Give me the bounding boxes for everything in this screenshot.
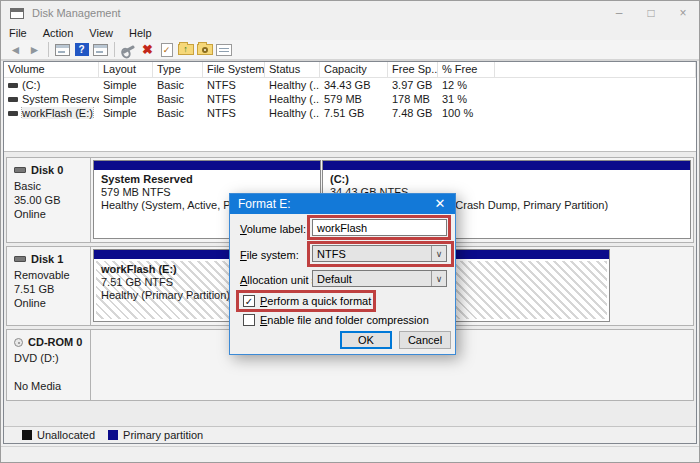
column-status[interactable]: Status [265,62,320,77]
menu-action[interactable]: Action [35,27,82,39]
cell-type: Basic [153,79,203,91]
cell-fs: NTFS [203,93,265,105]
folder-up-button[interactable]: ↑ [176,41,195,58]
toolbar: ◄ ► ? ✖ ✓ ↑ [1,40,699,61]
disk-1-label[interactable]: Disk 1 Removable 7.51 GB Online [7,247,91,325]
cdrom-0-label[interactable]: CD-ROM 0 DVD (D:) No Media [7,330,91,400]
allocation-unit-select[interactable]: Default ∨ [312,270,447,287]
cell-status: Healthy (... [265,93,320,105]
cancel-button[interactable]: Cancel [399,331,451,349]
table-row[interactable]: System Reserved Simple Basic NTFS Health… [4,92,696,106]
legend-bar: Unallocated Primary partition [4,426,696,443]
console-tree-button[interactable] [53,41,72,58]
column-capacity[interactable]: Capacity [320,62,388,77]
menu-view[interactable]: View [81,27,121,39]
disk-size: 35.00 GB [14,193,90,207]
cell-layout: Simple [99,79,153,91]
column-type[interactable]: Type [153,62,203,77]
disk-management-window: Disk Management – □ × File Action View H… [0,0,700,463]
table-row-selected[interactable]: workFlash (E:) Simple Basic NTFS Healthy… [4,106,696,120]
partition-title: System Reserved [101,173,320,186]
volume-disk-icon [8,83,18,88]
column-layout[interactable]: Layout [99,62,153,77]
cell-capacity: 34.43 GB [320,79,388,91]
cell-capacity: 7.51 GB [320,107,388,119]
column-volume[interactable]: Volume [4,62,99,77]
cell-fs: NTFS [203,79,265,91]
hard-drive-icon [14,167,26,173]
cell-status: Healthy (... [265,79,320,91]
status-bar [1,446,699,462]
delete-button[interactable]: ✖ [138,41,157,58]
file-system-label: File system: [240,249,299,261]
forward-arrow-icon: ► [29,44,41,56]
folder-up-icon: ↑ [178,44,194,55]
tools-button[interactable] [119,41,138,58]
disk-status: Online [14,296,90,310]
cell-free: 178 MB [388,93,438,105]
table-row[interactable]: (C:) Simple Basic NTFS Healthy (... 34.4… [4,78,696,92]
folder-search-icon [197,44,213,55]
disk-name: Disk 0 [31,163,63,177]
removable-drive-icon [14,256,26,262]
partition-title: (C:) [330,173,690,186]
disk-name: CD-ROM 0 [28,335,82,349]
cell-pct: 12 % [438,79,495,91]
cdrom-drive-letter: DVD (D:) [14,351,90,365]
minimize-button[interactable]: – [603,1,635,25]
details-list-icon [216,44,232,56]
chevron-down-icon[interactable]: ∨ [431,246,446,261]
column-free-space[interactable]: Free Sp... [388,62,438,77]
cell-status: Healthy (... [265,107,320,119]
dialog-title: Format E: [230,197,291,211]
folder-search-button[interactable] [195,41,214,58]
cell-type: Basic [153,107,203,119]
maximize-button[interactable]: □ [635,1,667,25]
compression-checkbox[interactable]: Enable file and folder compression [243,314,429,326]
dialog-close-icon[interactable]: ✕ [425,194,455,214]
cell-fs: NTFS [203,107,265,119]
menu-file[interactable]: File [1,27,35,39]
cd-disc-icon [14,338,23,347]
quick-format-checkbox[interactable]: ✓ Perform a quick format [243,295,371,307]
app-icon [10,8,24,19]
chevron-down-icon[interactable]: ∨ [431,271,446,286]
help-button[interactable]: ? [72,41,91,58]
back-button[interactable]: ◄ [6,41,25,58]
cell-pct: 31 % [438,93,495,105]
quick-format-label: Perform a quick format [260,295,371,307]
disk-0-label[interactable]: Disk 0 Basic 35.00 GB Online [7,158,91,242]
toolbar-separator [114,42,115,57]
dialog-title-bar[interactable]: Format E: ✕ [230,194,455,214]
wrench-icon [122,45,135,54]
cell-free: 3.97 GB [388,79,438,91]
console-window-icon [55,44,70,56]
ok-button[interactable]: OK [340,331,392,349]
disk-type: Removable [14,268,90,282]
compression-label: Enable file and folder compression [260,314,429,326]
file-system-select[interactable]: NTFS ∨ [312,245,447,262]
format-dialog: Format E: ✕ Volume label: workFlash File… [229,193,456,355]
volume-table-header: Volume Layout Type File System Status Ca… [4,62,696,78]
volume-label-value: workFlash [317,222,367,234]
column-file-system[interactable]: File System [203,62,265,77]
task-check-button[interactable]: ✓ [157,41,176,58]
volume-label-input[interactable]: workFlash [312,219,447,236]
menu-help[interactable]: Help [121,27,160,39]
back-arrow-icon: ◄ [10,44,22,56]
close-button[interactable]: × [667,1,699,25]
volume-name: (C:) [22,79,40,91]
disk-name: Disk 1 [31,252,63,266]
details-button[interactable] [214,41,233,58]
allocation-unit-value: Default [317,273,352,285]
delete-x-icon: ✖ [142,43,153,56]
menu-bar: File Action View Help [1,25,699,40]
disk-type: Basic [14,179,90,193]
show-hide-button[interactable] [91,41,110,58]
checkbox-checked-icon[interactable]: ✓ [243,295,255,307]
checkbox-unchecked-icon[interactable] [243,314,255,326]
forward-button[interactable]: ► [25,41,44,58]
column-pct-free[interactable]: % Free [438,62,495,77]
cell-pct: 100 % [438,107,495,119]
legend-primary-label: Primary partition [123,429,203,441]
